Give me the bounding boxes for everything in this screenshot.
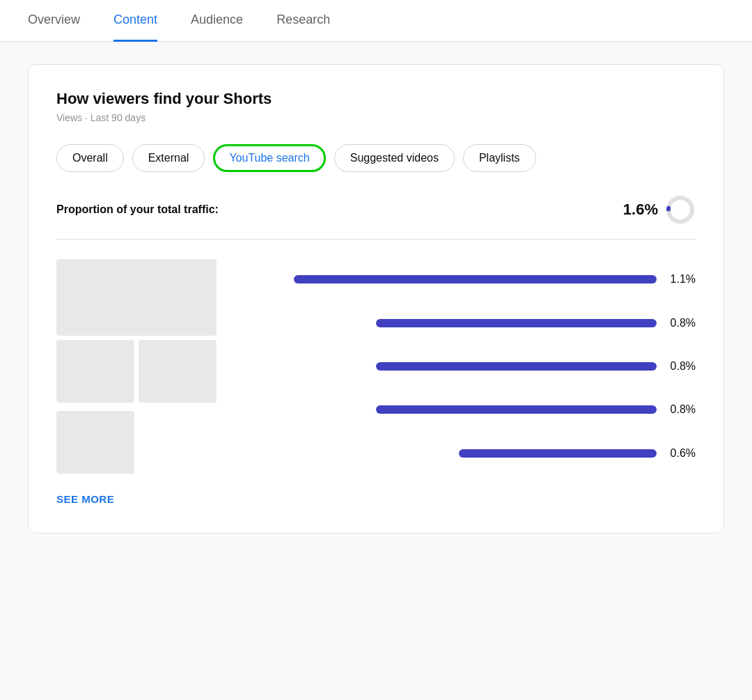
bar-row: 0.8%	[244, 317, 696, 329]
thumbnail-large	[56, 259, 217, 336]
bar-fill	[294, 275, 657, 283]
see-more-button[interactable]: SEE MORE	[56, 493, 696, 505]
bar-percent-label: 0.8%	[668, 403, 696, 416]
bar-track	[244, 362, 657, 371]
tab-overview[interactable]: Overview	[28, 0, 80, 42]
bar-fill	[376, 319, 657, 327]
bar-track	[244, 449, 657, 458]
traffic-value-container: 1.6%	[623, 194, 696, 225]
bar-percent-label: 0.6%	[668, 447, 696, 460]
donut-chart	[665, 194, 696, 225]
chip-suggested-videos[interactable]: Suggested videos	[334, 144, 455, 172]
bar-row: 0.8%	[244, 403, 696, 416]
traffic-value: 1.6%	[623, 201, 658, 219]
divider	[56, 239, 696, 240]
thumb-group	[56, 259, 217, 474]
card-subtitle: Views · Last 90 days	[56, 112, 696, 123]
bar-row: 0.6%	[244, 447, 696, 460]
bar-fill	[376, 362, 657, 371]
thumbnail-small-left	[56, 340, 134, 403]
bar-fill	[459, 449, 657, 458]
tab-research[interactable]: Research	[276, 0, 330, 42]
svg-point-0	[668, 198, 692, 221]
bar-percent-label: 1.1%	[668, 273, 696, 286]
card-title: How viewers find your Shorts	[56, 90, 696, 108]
traffic-label: Proportion of your total traffic:	[56, 203, 219, 216]
filter-chips: Overall External YouTube search Suggeste…	[56, 144, 696, 172]
bar-track	[244, 405, 657, 414]
chip-youtube-search[interactable]: YouTube search	[213, 144, 325, 172]
tab-content[interactable]: Content	[113, 0, 157, 42]
bar-percent-label: 0.8%	[668, 317, 696, 329]
bar-percent-label: 0.8%	[668, 360, 696, 373]
tab-audience[interactable]: Audience	[191, 0, 243, 42]
chip-overall[interactable]: Overall	[56, 144, 124, 172]
bar-track	[244, 319, 657, 327]
bar-row: 0.8%	[244, 360, 696, 373]
thumbnail-small-right	[139, 340, 217, 403]
thumbnail-bottom-left	[56, 411, 134, 474]
traffic-row: Proportion of your total traffic: 1.6%	[56, 194, 696, 225]
top-nav: Overview Content Audience Research	[0, 0, 752, 42]
chip-external[interactable]: External	[132, 144, 205, 172]
chip-playlists[interactable]: Playlists	[463, 144, 536, 172]
bars-col: 1.1%0.8%0.8%0.8%0.6%	[244, 259, 696, 474]
data-section: 1.1%0.8%0.8%0.8%0.6%	[56, 259, 696, 474]
bar-row: 1.1%	[244, 273, 696, 286]
bar-fill	[376, 405, 657, 414]
card: How viewers find your Shorts Views · Las…	[28, 64, 724, 534]
thumbnails-col	[56, 259, 217, 474]
bar-track	[244, 275, 657, 283]
main-content: How viewers find your Shorts Views · Las…	[0, 42, 752, 556]
